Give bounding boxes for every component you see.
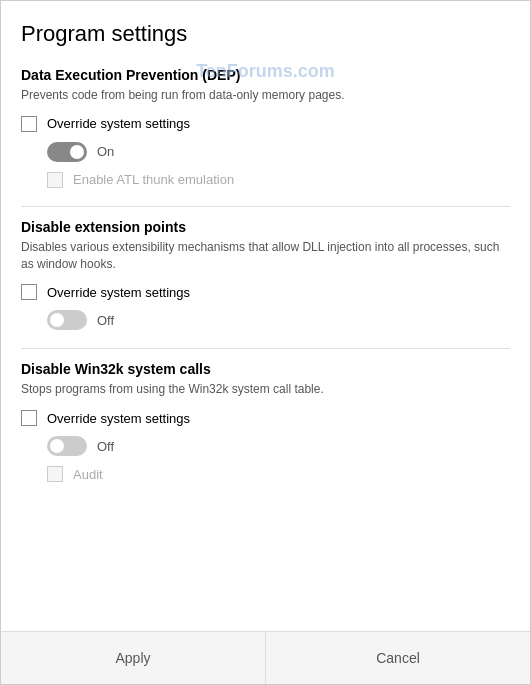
cancel-button[interactable]: Cancel	[266, 632, 530, 684]
win32k-audit-row: Audit	[47, 466, 510, 482]
win32k-toggle[interactable]	[47, 436, 87, 456]
section-dep-desc: Prevents code from being run from data-o…	[21, 87, 510, 104]
ext-toggle-row: Off	[47, 310, 510, 330]
program-settings-window: Program settings TenForums.com Data Exec…	[0, 0, 531, 685]
dep-atl-label: Enable ATL thunk emulation	[73, 172, 234, 187]
divider-2	[21, 348, 510, 349]
section-win32k-title: Disable Win32k system calls	[21, 361, 510, 377]
dep-toggle-row: On	[47, 142, 510, 162]
dep-toggle[interactable]	[47, 142, 87, 162]
section-ext: Disable extension points Disables variou…	[21, 219, 510, 331]
dep-override-row: Override system settings	[21, 116, 510, 132]
page-title: Program settings	[21, 21, 510, 47]
dep-override-label: Override system settings	[47, 116, 190, 131]
win32k-toggle-row: Off	[47, 436, 510, 456]
ext-toggle-label: Off	[97, 313, 114, 328]
ext-override-row: Override system settings	[21, 284, 510, 300]
win32k-override-label: Override system settings	[47, 411, 190, 426]
content-area: Data Execution Prevention (DEP) Prevents…	[1, 57, 530, 631]
apply-button[interactable]: Apply	[1, 632, 266, 684]
win32k-toggle-label: Off	[97, 439, 114, 454]
win32k-override-row: Override system settings	[21, 410, 510, 426]
section-dep: Data Execution Prevention (DEP) Prevents…	[21, 67, 510, 188]
win32k-audit-checkbox[interactable]	[47, 466, 63, 482]
section-dep-title: Data Execution Prevention (DEP)	[21, 67, 510, 83]
divider-1	[21, 206, 510, 207]
ext-toggle[interactable]	[47, 310, 87, 330]
section-win32k-desc: Stops programs from using the Win32k sys…	[21, 381, 510, 398]
win32k-audit-label: Audit	[73, 467, 103, 482]
dep-atl-checkbox[interactable]	[47, 172, 63, 188]
footer: Apply Cancel	[1, 631, 530, 684]
window-header: Program settings	[1, 1, 530, 57]
section-ext-desc: Disables various extensibility mechanism…	[21, 239, 510, 273]
dep-atl-row: Enable ATL thunk emulation	[47, 172, 510, 188]
section-ext-title: Disable extension points	[21, 219, 510, 235]
dep-toggle-label: On	[97, 144, 114, 159]
ext-override-checkbox[interactable]	[21, 284, 37, 300]
section-win32k: Disable Win32k system calls Stops progra…	[21, 361, 510, 482]
dep-override-checkbox[interactable]	[21, 116, 37, 132]
win32k-override-checkbox[interactable]	[21, 410, 37, 426]
ext-override-label: Override system settings	[47, 285, 190, 300]
